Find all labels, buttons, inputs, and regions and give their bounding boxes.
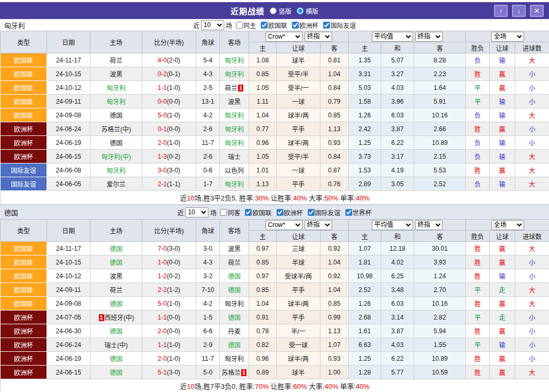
column-header: 客场 [220, 220, 249, 242]
column-header: 客场 [220, 31, 249, 53]
move-down-button[interactable]: ↓ [512, 5, 526, 17]
league-filter-国际友谊[interactable]: 国际友谊 [308, 208, 341, 217]
avg-away-cell: 10.16 [414, 108, 466, 122]
corner-cell: 1-5 [196, 311, 220, 324]
sub-column-header: 进球数 [515, 231, 549, 242]
scope-select[interactable]: 全场 [491, 32, 524, 42]
matches-label: 场 [210, 208, 216, 217]
league-cell: 欧国联 [1, 256, 47, 269]
close-button[interactable]: ✕ [530, 5, 544, 17]
team-name-text: 匈牙利 [106, 98, 125, 106]
handicap-cell: 三球 [277, 242, 321, 256]
avg-home-cell: 2.52 [349, 283, 381, 297]
match-count-select[interactable]: 10 [201, 20, 224, 30]
league-filter-欧洲杯[interactable]: 欧洲杯 [277, 208, 303, 217]
half-time-score: (3-0) [167, 167, 180, 174]
sub-column-header: 客 [414, 231, 466, 242]
goals-result-cell-text: 小 [529, 328, 535, 335]
vertical-layout-radio[interactable] [270, 7, 277, 14]
result-cell-text: 平 [474, 287, 481, 294]
home-team-cell: 匈牙利 [90, 81, 142, 95]
handicap-cell: 平手 [277, 283, 321, 297]
score-cell: 5-1(3-0) [142, 366, 196, 379]
average-index-select[interactable]: 终指 [415, 32, 443, 42]
league-checkbox[interactable] [323, 22, 330, 29]
scope-select[interactable]: 全场 [491, 220, 524, 230]
horizontal-layout-option[interactable]: 横版 [297, 6, 318, 15]
same-venue-filter[interactable]: 同主 [236, 21, 256, 30]
team-name-text: 波黑 [109, 71, 122, 78]
date-cell: 24-07-05 [47, 311, 90, 324]
avg-away-cell: 10.59 [414, 366, 466, 379]
home-odds-cell: 1.05 [249, 81, 277, 95]
sub-column-header: 让球 [277, 42, 321, 53]
avg-away-cell: 5.53 [414, 163, 466, 177]
away-odds-cell: 0.85 [321, 108, 349, 122]
horizontal-layout-label: 横版 [306, 6, 318, 15]
away-odds-cell: 1.13 [321, 324, 349, 338]
match-count-select[interactable]: 10 [185, 207, 208, 217]
corner-cell: 5-0 [196, 366, 220, 379]
corner-cell: 4-2 [196, 297, 220, 311]
match-row: 欧国联24-09-08德国5-0(1-0)4-2匈牙利1.04球半/两0.851… [1, 108, 549, 122]
avg-away-cell: 2.70 [414, 283, 466, 297]
league-checkbox[interactable] [261, 22, 268, 29]
avg-draw-cell: 4.02 [381, 256, 414, 269]
avg-draw-cell: 3.96 [381, 95, 414, 108]
league-cell: 欧国联 [1, 81, 47, 95]
average-select[interactable]: 平均值 [372, 220, 413, 230]
league-checkbox[interactable] [345, 209, 352, 216]
company-index-select[interactable]: 终指 [305, 32, 332, 42]
company-select[interactable]: Crow* [266, 32, 303, 42]
summary-stat-value: 40% [356, 382, 370, 390]
league-filter-世界杯[interactable]: 世界杯 [345, 208, 372, 217]
avg-home-cell: 1.25 [349, 136, 381, 150]
goals-result-cell: 大 [515, 242, 549, 256]
league-checkbox[interactable] [277, 209, 283, 216]
avg-draw-cell: 3.87 [381, 122, 414, 136]
league-cell: 欧洲杯 [1, 136, 47, 150]
average-index-select[interactable]: 终指 [415, 220, 443, 230]
league-filter-欧国联[interactable]: 欧国联 [245, 208, 271, 217]
league-cell: 欧洲杯 [1, 311, 47, 324]
league-checkbox[interactable] [245, 209, 252, 216]
date-cell: 24-09-08 [47, 297, 90, 311]
league-filter-国际友谊[interactable]: 国际友谊 [323, 21, 356, 30]
company-select[interactable]: Crow* [266, 220, 303, 230]
handicap-result-cell: 赢 [490, 242, 515, 256]
vertical-layout-option[interactable]: 竖版 [270, 6, 291, 15]
same-venue-filter[interactable]: 同客 [220, 208, 240, 217]
away-team-cell: 德国 [220, 338, 249, 352]
away-odds-cell: 0.92 [321, 242, 349, 256]
summary-stat-value: 70% [255, 382, 269, 390]
home-team-cell: 瑞士(中) [90, 338, 142, 352]
handicap-result-cell: 输 [490, 177, 515, 191]
horizontal-layout-radio[interactable] [297, 7, 304, 14]
scope-header: 全场 [466, 220, 549, 231]
result-cell: 胜 [466, 366, 490, 379]
home-odds-cell: 1.05 [249, 150, 277, 163]
avg-draw-cell: 3.48 [381, 283, 414, 297]
goals-result-cell: 大 [515, 108, 549, 122]
company-index-select[interactable]: 终指 [305, 220, 332, 230]
move-up-button[interactable]: ↑ [494, 5, 508, 17]
average-select[interactable]: 平均值 [372, 32, 413, 42]
league-checkbox[interactable] [292, 22, 299, 29]
same-venue-checkbox[interactable] [236, 22, 243, 29]
same-venue-checkbox[interactable] [220, 209, 227, 216]
team-name-text: 匈牙利 [225, 71, 244, 78]
result-cell: 胜 [466, 163, 490, 177]
half-time-score: (1-0) [167, 341, 180, 349]
league-cell: 欧国联 [1, 297, 47, 311]
avg-draw-cell: 6.25 [381, 269, 414, 283]
league-checkbox[interactable] [308, 209, 315, 216]
handicap-result-cell: 输 [490, 269, 515, 283]
handicap-result-cell: 走 [490, 311, 515, 324]
league-filter-欧洲杯[interactable]: 欧洲杯 [292, 21, 318, 30]
home-odds-cell: 0.82 [249, 338, 277, 352]
half-time-score: (0-0) [167, 327, 180, 335]
league-filter-欧国联[interactable]: 欧国联 [261, 21, 287, 30]
team-name-text: 苏格兰(中) [102, 126, 131, 133]
goals-result-cell: 大 [515, 283, 549, 297]
date-cell: 24-06-08 [47, 163, 90, 177]
